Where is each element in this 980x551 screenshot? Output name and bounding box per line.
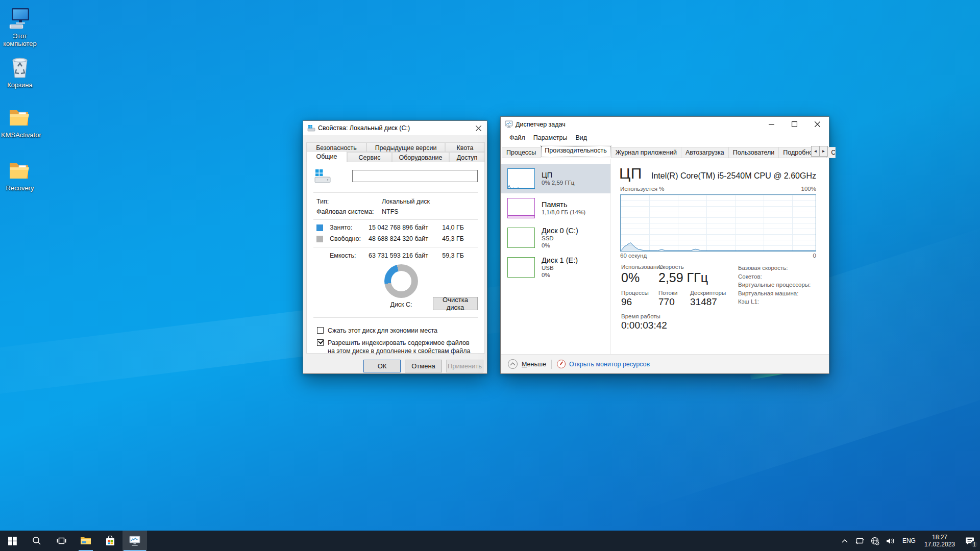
ok-button[interactable]: ОК — [363, 360, 401, 372]
desktop-icon-label: KMSActivator — [1, 131, 39, 139]
tm-menubar: Файл Параметры Вид — [501, 132, 829, 144]
apply-button[interactable]: Применить — [446, 360, 483, 372]
task-view-button[interactable] — [49, 531, 74, 551]
cpu-speed-value: 2,59 ГГц — [658, 270, 708, 285]
menu-view[interactable]: Вид — [571, 133, 591, 143]
type-value: Локальный диск — [382, 198, 430, 205]
processes-value: 96 — [621, 296, 658, 308]
memory-mini-graph — [507, 198, 535, 218]
cpu-stats: Использование 0% Скорость 2,59 ГГц Проце… — [621, 264, 726, 331]
show-hidden-icons-button[interactable] — [837, 531, 852, 551]
free-space-row: Свободно: 48 688 824 320 байт 45,3 ГБ — [316, 235, 478, 243]
network-tray-icon[interactable] — [868, 531, 883, 551]
indexing-checkbox-label: Разрешить индексировать содержимое файло… — [328, 339, 477, 356]
drive-icon-large — [313, 168, 333, 184]
desktop-icon-this-pc[interactable]: Этот компьютер — [1, 6, 39, 47]
search-icon — [32, 536, 41, 545]
volume-tray-icon[interactable] — [883, 531, 898, 551]
disk-cleanup-button[interactable]: Очистка диска — [433, 297, 478, 310]
compress-checkbox-row[interactable]: Сжать этот диск для экономии места — [317, 327, 477, 335]
desktop-icon-label: Корзина — [1, 81, 39, 89]
resource-monitor-icon — [557, 360, 566, 368]
tab-quota[interactable]: Квота — [445, 142, 485, 152]
tab-previous-versions[interactable]: Предыдущие версии — [366, 142, 445, 152]
desktop-icon-label: Этот компьютер — [1, 32, 39, 47]
tab-general[interactable]: Общие — [306, 151, 347, 162]
minimize-icon[interactable] — [760, 117, 783, 132]
close-icon[interactable] — [470, 121, 487, 135]
action-center-button[interactable]: 1 — [960, 531, 980, 551]
sidebar-item-cpu[interactable]: ЦП 0% 2,59 ГГц — [501, 164, 610, 193]
windows-logo-icon — [8, 537, 17, 545]
file-explorer-icon — [80, 536, 91, 545]
desktop-icon-recovery[interactable]: Recovery — [1, 158, 39, 192]
desktop-icon-label: Recovery — [1, 184, 39, 192]
disk-c-label: Диск C: — [368, 301, 434, 308]
tab-app-history[interactable]: Журнал приложений — [611, 147, 681, 158]
indexing-checkbox-row[interactable]: Разрешить индексировать содержимое файло… — [317, 339, 477, 356]
free-bytes: 48 688 824 320 байт — [369, 235, 428, 242]
chart-x-end: 0 — [813, 253, 816, 259]
task-manager-icon — [129, 536, 140, 546]
tab-users[interactable]: Пользователи — [728, 147, 779, 158]
tab-processes[interactable]: Процессы — [502, 147, 541, 158]
globe-no-internet-icon — [871, 537, 879, 545]
clock[interactable]: 18:27 17.02.2023 — [920, 534, 960, 548]
recycle-bin-icon — [8, 55, 32, 80]
cpu-usage-chart — [620, 194, 816, 252]
compress-checkbox-label: Сжать этот диск для экономии места — [328, 327, 437, 335]
sidebar-item-memory[interactable]: Память 1,1/8,0 ГБ (14%) — [501, 193, 610, 223]
menu-options[interactable]: Параметры — [529, 133, 572, 143]
tab-tools[interactable]: Сервис — [347, 152, 392, 162]
menu-file[interactable]: Файл — [505, 133, 529, 143]
language-indicator[interactable]: ENG — [898, 537, 920, 544]
tab-scroll-arrows: ◄ ► — [812, 146, 828, 157]
disk-properties-dialog: Свойства: Локальный диск (C:) Безопаснос… — [303, 120, 487, 374]
maximize-icon[interactable] — [783, 117, 806, 132]
display-device-tray-icon[interactable] — [852, 531, 868, 551]
tab-startup[interactable]: Автозагрузка — [681, 147, 729, 158]
performance-sidebar: ЦП 0% 2,59 ГГц Память 1,1/8,0 ГБ (14%) Д… — [501, 159, 611, 354]
capacity-row: Емкость: 63 731 593 216 байт 59,3 ГБ — [316, 252, 478, 260]
cpu-panel: ЦП Intel(R) Core(TM) i5-2540M CPU @ 2.60… — [611, 159, 829, 354]
file-explorer-button[interactable] — [74, 531, 98, 551]
sidebar-item-disk1[interactable]: Диск 1 (E:) USB 0% — [501, 253, 610, 282]
divider — [313, 317, 478, 318]
disk-usage-donut — [384, 264, 418, 298]
capacity-size: 59,3 ГБ — [442, 252, 464, 259]
desktop-icon-recycle-bin[interactable]: Корзина — [1, 55, 39, 89]
threads-value: 770 — [658, 296, 690, 308]
task-manager-taskbar-button[interactable] — [122, 531, 147, 551]
microsoft-store-button[interactable] — [98, 531, 122, 551]
tab-scroll-left-icon[interactable]: ◄ — [811, 146, 820, 157]
tm-titlebar: Диспетчер задач — [501, 117, 829, 132]
tab-scroll-right-icon[interactable]: ► — [819, 146, 828, 157]
clock-time: 18:27 — [924, 534, 955, 541]
cpu-info-column: Базовая скорость: Сокетов: Виртуальные п… — [738, 264, 825, 306]
cancel-button[interactable]: Отмена — [405, 360, 442, 372]
task-manager-icon — [505, 120, 513, 129]
chevron-up-icon — [508, 359, 518, 369]
close-icon[interactable] — [806, 117, 829, 132]
tab-hardware[interactable]: Оборудование — [392, 152, 449, 162]
handles-value: 31487 — [690, 296, 726, 308]
capacity-bytes: 63 731 593 216 байт — [369, 252, 428, 259]
dialog-buttons: ОК Отмена Применить — [363, 360, 483, 372]
desktop: Этот компьютер Корзина KMSActivator — [0, 0, 980, 551]
tab-performance[interactable]: Производительность — [540, 145, 611, 158]
open-resource-monitor-link[interactable]: Открыть монитор ресурсов — [569, 361, 650, 368]
indexing-checkbox[interactable] — [317, 339, 324, 346]
start-button[interactable] — [0, 531, 24, 551]
search-button[interactable] — [24, 531, 49, 551]
volume-label-input[interactable] — [352, 170, 478, 182]
notification-badge: 1 — [971, 541, 978, 548]
fewer-details-button[interactable]: Меньше — [508, 359, 546, 369]
chevron-up-icon — [842, 539, 848, 543]
folder-icon — [8, 158, 32, 183]
dialog-title: Свойства: Локальный диск (C:) — [318, 124, 410, 132]
tab-sharing[interactable]: Доступ — [449, 152, 485, 162]
compress-checkbox[interactable] — [317, 327, 324, 334]
cpu-usage-value: 0% — [621, 270, 658, 285]
sidebar-item-disk0[interactable]: Диск 0 (C:) SSD 0% — [501, 223, 610, 253]
desktop-icon-kmsactivator[interactable]: KMSActivator — [1, 105, 39, 139]
